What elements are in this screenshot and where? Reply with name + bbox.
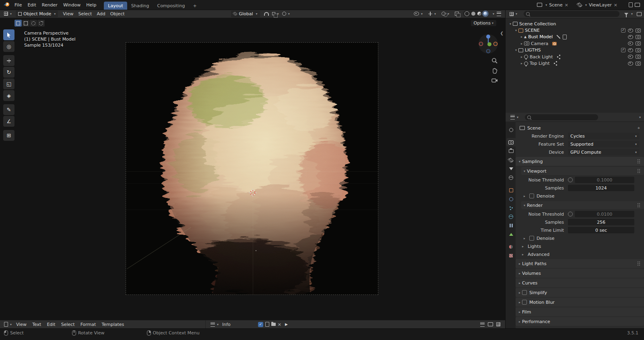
eye-icon[interactable] (628, 55, 633, 59)
tool-select-box[interactable] (3, 29, 14, 40)
tab-layout[interactable]: Layout (104, 2, 127, 10)
motion-blur-checkbox[interactable] (522, 300, 527, 305)
r-denoise-toggle[interactable]: ▸Denoise (516, 234, 644, 242)
text-menu-text[interactable]: Text (29, 319, 44, 329)
collection-checkbox[interactable]: ✓ (621, 48, 625, 52)
vp-denoise-toggle[interactable]: ▸Denoise (516, 192, 644, 200)
expander-icon[interactable]: ▾ (514, 29, 518, 32)
outliner-search-input[interactable] (524, 11, 619, 17)
eye-icon[interactable] (628, 29, 633, 33)
menu-object[interactable]: Object (108, 10, 127, 18)
panel-light-paths[interactable]: ▸Light Paths (516, 259, 644, 268)
tool-add-cube[interactable]: ⊞ (3, 130, 14, 141)
tab-modifiers[interactable] (506, 195, 516, 203)
solid-shading-button[interactable] (471, 12, 475, 16)
viewlayer-unlink-icon[interactable]: × (614, 2, 617, 8)
outliner-row-scene-collection[interactable]: ▾ Scene Collection (506, 21, 644, 27)
window-icon[interactable] (635, 3, 640, 7)
list-view-icon[interactable] (480, 322, 485, 327)
gizmos-toggle[interactable]: ▾ (427, 10, 438, 18)
outliner-row-top-light[interactable]: ▸ Top Light (506, 60, 644, 66)
text-editor-type-button[interactable]: ▾ (2, 320, 13, 329)
viewport-menu-icon[interactable] (497, 12, 501, 16)
tab-object[interactable] (506, 186, 516, 194)
chevron-down-icon[interactable]: ▾ (545, 3, 547, 7)
modifier-icon[interactable] (557, 35, 560, 39)
panel-sampling-viewport[interactable]: ▾Viewport (521, 167, 644, 175)
panel-view-icon[interactable] (488, 322, 493, 326)
outliner-row-back-light[interactable]: ▸ Back Light (506, 54, 644, 60)
outliner-row-scene[interactable]: ▾ SCENE ✓ (506, 27, 644, 33)
expander-icon[interactable]: ▸ (519, 55, 524, 59)
grid-view-icon[interactable] (496, 322, 500, 326)
overlays-toggle[interactable]: ▾ (440, 10, 451, 18)
panel-film[interactable]: ▸Film (516, 307, 644, 316)
new-layer-icon[interactable] (629, 2, 633, 7)
expander-icon[interactable]: ▸ (519, 35, 524, 39)
scene-unlink-icon[interactable]: × (565, 2, 568, 8)
eye-icon[interactable] (628, 35, 633, 39)
menu-file[interactable]: File (12, 0, 25, 10)
grip-dots-icon[interactable] (638, 262, 638, 262)
play-icon[interactable]: ▶ (285, 322, 288, 326)
tab-render[interactable] (506, 138, 516, 146)
options-dropdown[interactable]: Options▾ (471, 20, 496, 26)
object-visibility-dropdown[interactable]: ▾ (412, 10, 424, 18)
tab-object-data[interactable] (506, 230, 516, 239)
denoise-checkbox[interactable] (529, 194, 534, 198)
tab-texture[interactable] (506, 251, 516, 260)
eye-icon[interactable] (628, 62, 633, 66)
panel-sampling[interactable]: ▾Sampling (516, 157, 644, 166)
tool-cursor[interactable]: ◎ (3, 41, 14, 52)
menu-edit[interactable]: Edit (25, 0, 39, 10)
properties-filter-dropdown[interactable]: ▾ (639, 115, 641, 119)
grip-dots-icon[interactable] (638, 169, 638, 170)
expander-icon[interactable]: ▸ (519, 62, 524, 65)
outliner-editor-type-button[interactable]: ▾ (508, 10, 519, 18)
blender-logo[interactable] (3, 2, 10, 8)
add-workspace-button[interactable]: + (189, 2, 200, 10)
rendered-shading-button[interactable] (483, 12, 487, 16)
panel-volumes[interactable]: ▸Volumes (516, 269, 644, 278)
tab-scene[interactable] (506, 165, 516, 173)
render-visibility-icon[interactable] (636, 48, 641, 52)
mesh-data-icon[interactable] (563, 35, 567, 39)
vp-noise-threshold-field[interactable]: 0.1000 (575, 177, 634, 183)
r-samples-field[interactable]: 256 (568, 219, 634, 225)
camera-data-icon[interactable] (552, 42, 557, 45)
time-limit-field[interactable]: 0 sec (568, 227, 634, 233)
menu-window[interactable]: Window (60, 0, 83, 10)
select-mode-tweak[interactable] (14, 20, 22, 27)
advanced-subpanel[interactable]: ▸Advanced (516, 250, 644, 258)
tab-particles[interactable] (506, 204, 516, 212)
zoom-icon[interactable] (491, 58, 498, 65)
delete-reports-icon[interactable]: × (278, 322, 281, 327)
grip-dots-icon[interactable] (638, 159, 638, 160)
nav-gizmo[interactable] (478, 33, 499, 56)
noise-threshold-checkbox[interactable] (568, 177, 573, 182)
tab-tool[interactable] (506, 126, 516, 134)
snap-target[interactable]: ▾ (270, 10, 281, 18)
info-editor-type-button[interactable]: ▾ (209, 320, 220, 329)
new-collection-button[interactable] (637, 12, 642, 16)
tab-world[interactable] (506, 173, 516, 182)
scene-name[interactable]: Scene (549, 2, 563, 8)
expander-icon[interactable]: ▾ (508, 22, 513, 26)
shading-dropdown[interactable]: ▾ (493, 12, 494, 16)
render-engine-select[interactable]: Cycles▾ (568, 133, 639, 139)
select-mode-circle[interactable] (30, 20, 37, 27)
copy-report-icon[interactable] (265, 322, 269, 327)
scene-selector-icon[interactable] (537, 3, 542, 7)
viewport-3d[interactable]: ◎ ↻ ◱ ◈ ✎ ∠ ⊞ Camera Perspective (1) SCE… (0, 18, 505, 320)
r-noise-threshold-field[interactable]: 0.0100 (575, 211, 634, 217)
tab-shading[interactable]: Shading (127, 2, 153, 10)
device-select[interactable]: GPU Compute▾ (568, 149, 639, 155)
pin-icon[interactable]: ⌖ (638, 126, 640, 131)
panel-curves[interactable]: ▸Curves (516, 278, 644, 287)
folder-icon[interactable] (271, 323, 276, 326)
mode-selector[interactable]: Object Mode ▾ (16, 10, 58, 17)
noise-threshold-checkbox[interactable] (568, 212, 573, 216)
outliner-row-camera[interactable]: ▸ Camera (506, 40, 644, 47)
select-mode-lasso[interactable] (37, 20, 45, 27)
properties-search-input[interactable] (525, 114, 598, 120)
